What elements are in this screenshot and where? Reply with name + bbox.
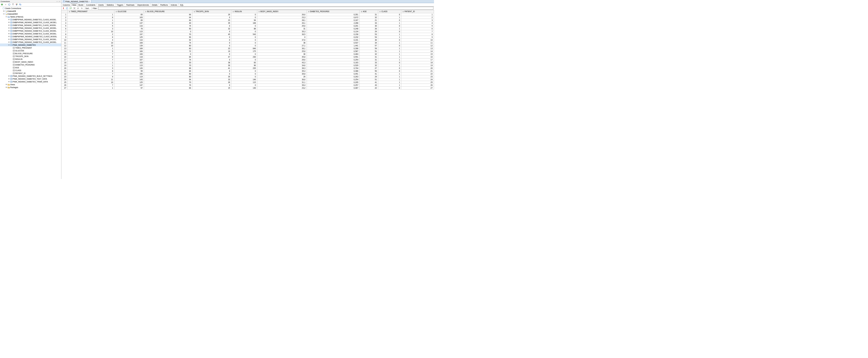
- data-cell[interactable]: 0: [378, 13, 401, 16]
- data-cell[interactable]: 0: [192, 72, 231, 75]
- data-cell[interactable]: 196: [115, 72, 144, 75]
- data-cell[interactable]: 31,1: [257, 81, 307, 84]
- data-cell[interactable]: 140: [231, 86, 257, 89]
- table-row[interactable]: 40137403516843,12,2883314: [61, 22, 434, 24]
- column-header[interactable]: CLASS: [378, 10, 401, 13]
- data-cell[interactable]: 31: [360, 55, 378, 58]
- data-cell[interactable]: 0: [378, 44, 401, 47]
- data-cell[interactable]: 1: [68, 86, 115, 89]
- column-node[interactable]: DIABETES_PEDIGREE: [0, 63, 61, 66]
- expander-icon[interactable]: ⊞: [8, 33, 10, 34]
- data-cell[interactable]: 0: [231, 30, 257, 33]
- data-cell[interactable]: 1: [378, 58, 401, 61]
- data-cell[interactable]: 1: [68, 13, 115, 16]
- data-cell[interactable]: 26: [192, 81, 231, 84]
- data-cell[interactable]: 125: [115, 81, 144, 84]
- expander-icon[interactable]: ⊞: [8, 78, 10, 80]
- data-cell[interactable]: 92: [144, 38, 192, 41]
- filter-input[interactable]: [98, 7, 433, 9]
- table-row[interactable]: 11856629026,60,3513101: [61, 13, 434, 16]
- data-cell[interactable]: 0,388: [307, 70, 360, 72]
- data-cell[interactable]: 74: [144, 58, 192, 61]
- sub-tab-sql[interactable]: SQL: [179, 3, 185, 6]
- data-cell[interactable]: 147: [115, 84, 144, 86]
- data-cell[interactable]: 1: [68, 47, 115, 50]
- data-cell[interactable]: 70: [144, 33, 192, 35]
- close-tab-icon[interactable]: ×: [89, 1, 90, 2]
- data-cell[interactable]: 36,6: [257, 78, 307, 81]
- panel-minimize-icon[interactable]: ×: [56, 1, 58, 2]
- data-cell[interactable]: 13: [401, 47, 434, 50]
- column-node[interactable]: BODY_MASS_INDEX: [0, 60, 61, 63]
- data-cell[interactable]: 66: [144, 86, 192, 89]
- data-cell[interactable]: 1: [378, 50, 401, 53]
- data-cell[interactable]: 39,8: [257, 72, 307, 75]
- data-cell[interactable]: 64: [144, 16, 192, 19]
- data-cell[interactable]: 30: [360, 38, 378, 41]
- data-cell[interactable]: 50: [144, 27, 192, 30]
- data-cell[interactable]: 45: [192, 33, 231, 35]
- expander-icon[interactable]: ⊞: [8, 30, 10, 32]
- data-cell[interactable]: 30: [192, 64, 231, 66]
- data-cell[interactable]: 2: [401, 16, 434, 19]
- table-row[interactable]: 177107740029,60,25431117: [61, 58, 434, 61]
- data-cell[interactable]: 26: [401, 84, 434, 86]
- table-row[interactable]: 82197704554330,50,1585318: [61, 33, 434, 35]
- color-button[interactable]: [15, 3, 18, 6]
- table-row[interactable]: 203126884123539,30,70427020: [61, 66, 434, 70]
- data-cell[interactable]: 119: [115, 75, 144, 78]
- data-cell[interactable]: 1: [378, 53, 401, 55]
- panel-restore-icon[interactable]: ▭: [58, 0, 61, 2]
- data-cell[interactable]: 1: [378, 16, 401, 19]
- data-cell[interactable]: 1: [68, 61, 115, 64]
- data-cell[interactable]: 45,8: [257, 55, 307, 58]
- table-node[interactable]: ⊞DM$PYPIMA_INDIANS_DIABETES_CLASS_MODEL: [0, 40, 61, 44]
- expander-icon[interactable]: ⊞: [8, 27, 10, 29]
- sub-tab-details[interactable]: Details: [151, 3, 159, 6]
- table-row[interactable]: 2411143943314636,60,25451124: [61, 78, 434, 81]
- data-cell[interactable]: 6: [401, 27, 434, 30]
- table-row[interactable]: 157100000300,48432115: [61, 53, 434, 55]
- data-cell[interactable]: 0,191: [307, 38, 360, 41]
- editor-tab[interactable]: PIMA_INDIANS_DIABETES ×: [61, 0, 92, 3]
- sub-tab-flashback[interactable]: Flashback: [125, 3, 136, 6]
- data-cell[interactable]: 0,254: [307, 78, 360, 81]
- data-cell[interactable]: 18: [401, 61, 434, 64]
- data-cell[interactable]: 16: [401, 55, 434, 58]
- data-cell[interactable]: 7: [68, 53, 115, 55]
- data-cell[interactable]: 0: [192, 30, 231, 33]
- data-cell[interactable]: 0: [192, 84, 231, 86]
- expander-icon[interactable]: ⊞: [8, 35, 10, 37]
- windows-button[interactable]: [19, 3, 22, 6]
- table-node[interactable]: ⊞DM$PXPIMA_INDIANS_DIABETES_CLASS_MODEL: [0, 38, 61, 40]
- data-cell[interactable]: 1: [378, 22, 401, 24]
- data-cell[interactable]: 43,1: [257, 22, 307, 24]
- data-cell[interactable]: 78: [115, 27, 144, 30]
- data-cell[interactable]: 59: [360, 47, 378, 50]
- table-row[interactable]: 6378503288310,2482616: [61, 27, 434, 30]
- data-cell[interactable]: 27: [401, 86, 434, 89]
- data-cell[interactable]: 126: [115, 66, 144, 70]
- connection-node[interactable]: ⊞KatanaDB: [0, 9, 61, 12]
- sub-tab-data[interactable]: Data: [71, 3, 77, 6]
- data-cell[interactable]: 0,587: [307, 50, 360, 53]
- sub-tab-dependencies[interactable]: Dependencies: [136, 3, 150, 6]
- data-cell[interactable]: 1: [68, 19, 115, 22]
- expander-icon[interactable]: ⊟: [3, 13, 5, 15]
- refresh-grid-button[interactable]: [66, 7, 68, 9]
- data-cell[interactable]: 1: [378, 55, 401, 58]
- data-cell[interactable]: 32: [360, 16, 378, 19]
- connections-tree[interactable]: Oracle Connections⊞KatanaDB⊟KatanaDBW⊟Ta…: [0, 6, 61, 179]
- data-cell[interactable]: 38: [257, 41, 307, 44]
- column-header[interactable]: BLOOD_PRESSURE: [144, 10, 192, 13]
- data-cell[interactable]: 28,1: [257, 19, 307, 22]
- data-cell[interactable]: 66: [144, 13, 192, 16]
- table-row[interactable]: 28183640023,30,6723212: [61, 16, 434, 19]
- sub-tab-columns[interactable]: Columns: [62, 3, 71, 6]
- data-cell[interactable]: 83: [231, 61, 257, 64]
- sub-tab-triggers[interactable]: Triggers: [116, 3, 125, 6]
- table-node[interactable]: ⊞PIMA_INDIANS_DIABETES_TEST_DATA: [0, 77, 61, 80]
- data-cell[interactable]: 80: [144, 75, 192, 78]
- data-cell[interactable]: 175: [231, 50, 257, 53]
- data-cell[interactable]: 76: [144, 84, 192, 86]
